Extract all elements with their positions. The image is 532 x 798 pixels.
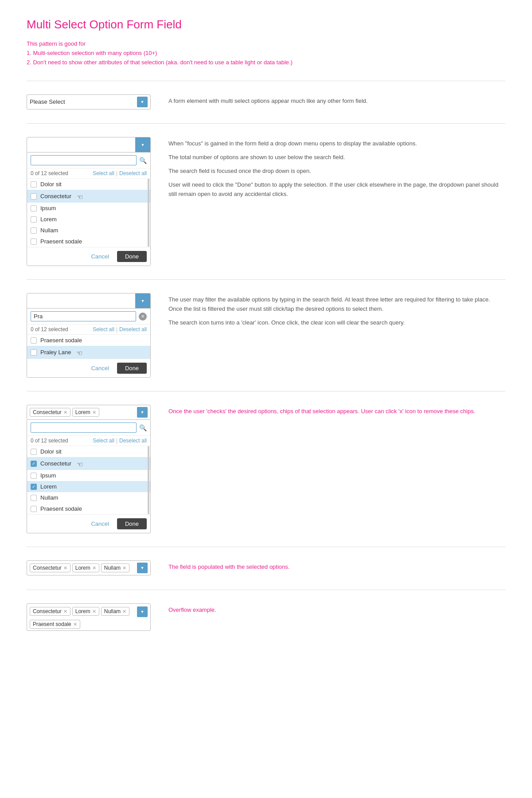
checkbox-praesent2[interactable] [31,337,37,344]
dropdown-arrow-3[interactable] [135,293,150,308]
checkbox-nullam[interactable] [31,227,37,234]
option-item-dolor[interactable]: Dolor sit [27,179,150,190]
option-item-praesent[interactable]: Praesent sodale [27,236,150,247]
checkbox-lorem[interactable] [31,216,37,223]
select-all-3[interactable]: Select all [93,326,114,332]
option-item-praesent4[interactable]: Praesent sodale [27,503,150,514]
chip-x-lorem-6[interactable]: ✕ [92,609,96,614]
checkbox-dolor[interactable] [31,181,37,188]
checkbox-lorem4[interactable] [31,484,37,490]
selection-info-2: 0 of 12 selected Select all | Deselect a… [27,168,150,179]
chip-label-lorem-4: Lorem [75,409,90,415]
chip-consectetur-6[interactable]: Consectetur ✕ [30,607,70,616]
cancel-button-2[interactable]: Cancel [87,251,112,262]
option-item-praesent2[interactable]: Praesent sodale [27,335,150,346]
cancel-button-4[interactable]: Cancel [87,519,112,529]
deselect-all-3[interactable]: Deselect all [119,326,147,332]
chip-consectetur-4[interactable]: Consectetur ✕ [30,408,70,417]
demo-area-6: Consectetur ✕ Lorem ✕ Nullam ✕ Praesent … [27,603,151,631]
checkbox-praley[interactable] [31,349,37,356]
option-item-nullam4[interactable]: Nullam [27,492,150,503]
search-icon-2: 🔍 [139,157,147,164]
dropdown-arrow-4[interactable] [137,407,148,418]
selection-info-3: 0 of 12 selected Select all | Deselect a… [27,325,150,335]
panel-footer-2: Cancel Done [27,247,150,266]
chip-x-consectetur-6[interactable]: ✕ [63,609,67,614]
deselect-all-2[interactable]: Deselect all [119,170,147,176]
option-item-nullam[interactable]: Nullam [27,225,150,236]
chip-x-nullam-5[interactable]: ✕ [122,565,126,571]
chip-x-lorem-5[interactable]: ✕ [92,565,96,571]
option-item-ipsum4[interactable]: Ipsum [27,470,150,481]
done-button-4[interactable]: Done [117,518,147,529]
option-item-dolor4[interactable]: Dolor sit [27,446,150,457]
select-all-4[interactable]: Select all [93,438,114,444]
option-label-consectetur4: Consectetur [40,460,71,467]
sep-4: | [116,438,117,444]
search-icon-4: 🔍 [139,424,147,431]
done-button-3[interactable]: Done [117,363,147,374]
sep-2: | [116,170,117,176]
select-field-5[interactable]: Consectetur ✕ Lorem ✕ Nullam ✕ [27,560,151,575]
search-input-3[interactable] [31,311,136,321]
chip-x-praesent-6[interactable]: ✕ [73,622,77,627]
checkbox-praesent[interactable] [31,239,37,245]
option-item-lorem4[interactable]: Lorem [27,481,150,492]
description-1: A form element with multi select options… [168,94,505,110]
checkbox-praesent4[interactable] [31,506,37,512]
chip-x-lorem-4[interactable]: ✕ [92,410,96,415]
chip-nullam-5[interactable]: Nullam ✕ [101,563,129,572]
select-placeholder-1: Please Select [30,98,135,105]
checkbox-ipsum4[interactable] [31,473,37,479]
search-input-2[interactable] [31,155,137,165]
desc2-text4: User will need to click the "Done" butto… [168,180,505,199]
search-box-wrap-3: ✕ [27,309,150,325]
dropdown-arrow-5[interactable] [137,563,148,573]
demo-area-1: Please Select [27,94,151,110]
done-button-2[interactable]: Done [117,251,147,262]
option-item-praley[interactable]: Praley Lane ☜ [27,346,150,359]
chip-nullam-6[interactable]: Nullam ✕ [101,607,129,616]
desc3-text2: The search icon turns into a 'clear' ico… [168,318,505,328]
demo-row-4: Consectetur ✕ Lorem ✕ 🔍 0 of 12 selected… [27,391,505,547]
chip-x-consectetur-5[interactable]: ✕ [63,565,67,571]
description-5: The field is populated with the selected… [168,560,505,576]
checkbox-ipsum[interactable] [31,205,37,211]
chip-label-nullam-6: Nullam [104,608,121,614]
dropdown-arrow-2[interactable] [135,137,150,152]
search-input-4[interactable] [31,422,137,433]
option-item-lorem[interactable]: Lorem [27,214,150,225]
chip-lorem-6[interactable]: Lorem ✕ [72,607,99,616]
dropdown-top-bar-2 [27,137,150,153]
desc3-text1: The user may filter the available option… [168,295,505,314]
selection-count-2: 0 of 12 selected [31,170,93,176]
option-label-dolor: Dolor sit [40,181,62,188]
chip-label-consectetur-4: Consectetur [33,409,62,415]
deselect-all-4[interactable]: Deselect all [119,438,147,444]
cancel-button-3[interactable]: Cancel [87,363,112,373]
select-field-4[interactable]: Consectetur ✕ Lorem ✕ [27,405,151,420]
chip-lorem-5[interactable]: Lorem ✕ [72,563,99,572]
select-field-1[interactable]: Please Select [27,94,151,110]
chip-x-nullam-6[interactable]: ✕ [122,609,126,614]
checkbox-dolor4[interactable] [31,449,37,455]
checkbox-nullam4[interactable] [31,495,37,501]
option-label-nullam4: Nullam [40,494,58,501]
dropdown-arrow-1[interactable] [137,97,148,107]
scrollbar-2[interactable] [148,179,149,247]
dropdown-arrow-6[interactable] [137,606,148,617]
demo-row-6: Consectetur ✕ Lorem ✕ Nullam ✕ Praesent … [27,590,505,644]
select-all-2[interactable]: Select all [93,170,114,176]
chip-consectetur-5[interactable]: Consectetur ✕ [30,563,70,572]
clear-icon-3[interactable]: ✕ [139,313,147,321]
option-item-ipsum[interactable]: Ipsum [27,203,150,214]
checkbox-consectetur[interactable] [31,193,37,200]
chip-lorem-4[interactable]: Lorem ✕ [72,408,99,417]
scrollbar-4[interactable] [148,446,149,514]
checkbox-consectetur4[interactable] [31,461,37,467]
option-item-consectetur4[interactable]: Consectetur ☜ [27,457,150,470]
chip-praesent-6[interactable]: Praesent sodale ✕ [30,620,80,629]
select-field-6[interactable]: Consectetur ✕ Lorem ✕ Nullam ✕ Praesent … [27,603,151,631]
option-item-consectetur[interactable]: Consectetur ☜ [27,190,150,203]
chip-x-consectetur-4[interactable]: ✕ [63,410,67,415]
